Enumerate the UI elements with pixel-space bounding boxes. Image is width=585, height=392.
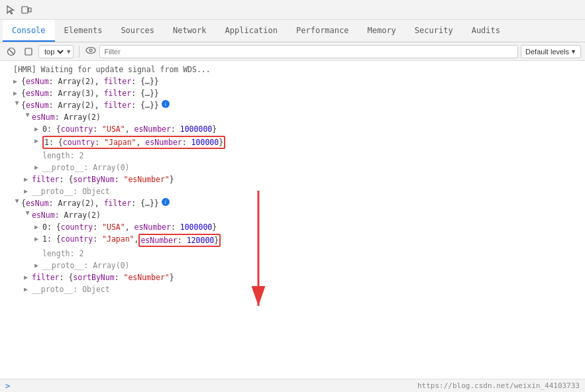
tab-bar: Console Elements Sources Network Applica… — [0, 20, 585, 42]
highlighted-value-2: esNumber: 120000} — [138, 234, 221, 247]
tab-security[interactable]: Security — [405, 20, 462, 42]
log-proto-array-1[interactable]: ▶ __proto__: Array(0) — [0, 162, 585, 173]
svg-point-6 — [89, 49, 92, 52]
context-selector[interactable]: top ▼ — [38, 45, 74, 58]
device-toggle-icon[interactable] — [19, 2, 34, 18]
log-length-2: ▶ length: 2 — [0, 248, 585, 260]
tab-application[interactable]: Application — [216, 20, 287, 42]
expand-icon[interactable]: ▶ — [24, 272, 32, 283]
attribution-url: https://blog.csdn.net/weixin_44103733 — [417, 381, 580, 390]
svg-point-5 — [86, 48, 95, 54]
log-prop-filter-1[interactable]: ▶ filter: {sortByNum: "esNumber"} — [0, 173, 585, 185]
expand-icon[interactable]: ▶ — [34, 124, 42, 134]
log-item-1-2[interactable]: ▶ 1: {country: "Japan", esNumber: 120000… — [0, 233, 585, 248]
eye-icon[interactable] — [85, 46, 97, 57]
svg-line-3 — [9, 49, 14, 54]
collapse-icon[interactable]: ▶ — [12, 199, 23, 207]
expand-icon[interactable]: ▶ — [24, 186, 32, 197]
log-proto-array-2[interactable]: ▶ __proto__: Array(0) — [0, 260, 585, 271]
chevron-down-icon: ▼ — [570, 48, 576, 55]
log-line-hmr: [HMR] Waiting for update signal from WDS… — [0, 64, 585, 75]
log-prop-filter-2[interactable]: ▶ filter: {sortByNum: "esNumber"} — [0, 271, 585, 283]
clear-console-button[interactable] — [4, 44, 19, 59]
info-icon: i — [162, 100, 170, 108]
log-item-0-2[interactable]: ▶ 0: {country: "USA", esNumber: 1000000} — [0, 221, 585, 233]
log-line-expanded-1-header[interactable]: ▶ {esNum: Array(2), filter: {…}} i — [0, 99, 585, 111]
top-toolbar — [0, 0, 585, 20]
log-proto-obj-2[interactable]: ▶ __proto__: Object — [0, 283, 585, 295]
log-prop-esnum-2[interactable]: ▶ esNum: Array(2) — [0, 209, 585, 221]
log-line-collapsed-1[interactable]: ▶ {esNum: Array(2), filter: {…}} — [0, 75, 585, 87]
filter-input[interactable] — [99, 45, 518, 58]
console-toolbar: top ▼ Default levels ▼ — [0, 42, 585, 61]
tab-elements[interactable]: Elements — [55, 20, 112, 42]
expand-icon[interactable]: ▶ — [13, 88, 21, 99]
log-item-1-1[interactable]: ▶ 1: {country: "Japan", esNumber: 100000… — [0, 135, 585, 150]
expand-icon[interactable]: ▶ — [34, 136, 42, 146]
highlighted-value-1: 1: {country: "Japan", esNumber: 100000} — [42, 136, 225, 149]
tab-sources[interactable]: Sources — [111, 20, 164, 42]
inspect-icon[interactable] — [3, 2, 19, 18]
context-select[interactable]: top — [42, 47, 66, 56]
tab-console[interactable]: Console — [3, 20, 55, 42]
tab-network[interactable]: Network — [164, 20, 216, 42]
expand-icon[interactable]: ▶ — [24, 284, 32, 295]
log-length-1: ▶ length: 2 — [0, 150, 585, 162]
collapse-icon[interactable]: ▶ — [12, 101, 23, 109]
collapse-icon[interactable]: ▶ — [23, 113, 33, 121]
expand-icon[interactable]: ▶ — [34, 162, 42, 173]
log-line-collapsed-2[interactable]: ▶ {esNum: Array(3), filter: {…}} — [0, 87, 585, 99]
svg-rect-1 — [28, 8, 31, 12]
tab-audits[interactable]: Audits — [462, 20, 509, 42]
log-item-0-1[interactable]: ▶ 0: {country: "USA", esNumber: 1000000} — [0, 123, 585, 135]
default-levels-button[interactable]: Default levels ▼ — [521, 45, 581, 58]
tab-performance[interactable]: Performance — [287, 20, 358, 42]
console-content: [HMR] Waiting for update signal from WDS… — [0, 61, 585, 379]
info-icon: i — [162, 198, 170, 206]
svg-rect-0 — [22, 7, 28, 13]
expand-icon[interactable]: ▶ — [34, 234, 42, 244]
expand-icon[interactable]: ▶ — [34, 222, 42, 232]
console-prompt[interactable]: > — [5, 381, 10, 391]
expand-icon[interactable]: ▶ — [24, 174, 32, 185]
chevron-down-icon: ▼ — [67, 48, 70, 55]
collapse-icon[interactable]: ▶ — [23, 211, 33, 219]
tab-memory[interactable]: Memory — [358, 20, 405, 42]
toolbar-divider — [79, 46, 80, 58]
log-proto-obj-1[interactable]: ▶ __proto__: Object — [0, 185, 585, 197]
svg-rect-4 — [25, 48, 32, 55]
log-line-expanded-2-header[interactable]: ▶ {esNum: Array(2), filter: {…}} i — [0, 197, 585, 209]
bottom-bar: > https://blog.csdn.net/weixin_44103733 — [0, 379, 585, 392]
expand-icon[interactable]: ▶ — [34, 260, 42, 271]
expand-icon[interactable]: ▶ — [13, 76, 21, 87]
log-prop-esnum-1[interactable]: ▶ esNum: Array(2) — [0, 111, 585, 123]
stop-button[interactable] — [21, 44, 36, 59]
